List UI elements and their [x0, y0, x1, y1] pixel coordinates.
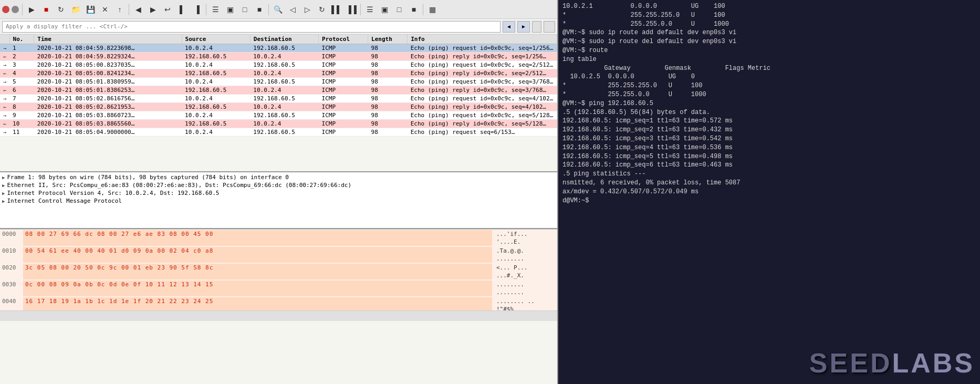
- toolbar-zoom-btn[interactable]: □: [238, 3, 252, 16]
- toolbar-restart-btn[interactable]: ↻: [54, 3, 68, 16]
- row-num: 10: [9, 120, 34, 128]
- row-proto: ICMP: [319, 111, 368, 120]
- toolbar-list-btn[interactable]: ☰: [363, 3, 377, 16]
- toolbar-search-btn[interactable]: 🔍: [271, 3, 285, 16]
- toolbar-prev-btn[interactable]: ◁: [286, 3, 299, 16]
- toolbar-next-btn[interactable]: ▷: [300, 3, 314, 16]
- table-row[interactable]: ←22020-10-21 08:04:59.8229324…192.168.60…: [0, 53, 557, 61]
- row-time: 2020-10-21 08:05:00.8241234…: [34, 69, 182, 78]
- filter-arrow-right-btn[interactable]: ►: [517, 21, 530, 33]
- packet-table-header: No. Time Source Destination Protocol Len…: [0, 35, 557, 44]
- terminal-line: @VM:~$ route: [562, 46, 976, 55]
- terminal-content[interactable]: 10.0.2.1 0.0.0.0 UG 100* 255.255.255.0 U…: [558, 0, 980, 342]
- row-time: 2020-10-21 08:05:03.8860723…: [34, 111, 182, 120]
- terminal-line: 192.168.60.5: icmp_seq=5 ttl=63 time=0.4…: [562, 152, 976, 161]
- terminal-line: @VM:~$ sudo ip route add default dev enp…: [562, 28, 976, 37]
- col-arrow: [0, 35, 9, 44]
- row-dst: 192.168.60.5: [250, 61, 318, 69]
- toolbar-jump-start-btn[interactable]: ▌▌: [330, 3, 343, 16]
- terminal-line: * 255.255.0.0 U 1000: [562, 20, 976, 29]
- col-destination: Destination: [250, 35, 318, 44]
- toolbar-autoscroll-btn[interactable]: ▣: [223, 3, 237, 16]
- row-src: 192.168.60.5: [182, 53, 250, 61]
- add-filter-button[interactable]: [544, 21, 555, 33]
- detail-triangle-icon: ▶: [2, 191, 5, 196]
- table-row[interactable]: →72020-10-21 08:05:02.8616756…10.0.2.419…: [0, 95, 557, 103]
- terminal-line: @VM:~$ sudo ip route del default dev enp…: [562, 37, 976, 46]
- row-num: 9: [9, 111, 34, 120]
- table-row[interactable]: ←102020-10-21 08:05:03.8865560…192.168.6…: [0, 120, 557, 128]
- toolbar-jump-end-btn[interactable]: ▐▐: [345, 3, 358, 16]
- row-arrow: →: [0, 78, 9, 86]
- toolbar-stop-capture-btn[interactable]: ■: [39, 3, 53, 16]
- table-row[interactable]: →52020-10-21 08:05:01.8380959…10.0.2.419…: [0, 78, 557, 86]
- row-num: 8: [9, 103, 34, 111]
- row-time: 2020-10-21 08:05:02.8621953…: [34, 103, 182, 111]
- row-arrow: →: [0, 95, 9, 103]
- col-length: Length: [368, 35, 408, 44]
- filter-arrow-left-btn[interactable]: ◄: [503, 21, 515, 33]
- row-proto: ICMP: [319, 128, 368, 137]
- hex-dump-panel: 000008 00 27 69 66 dc 08 00 27 e6 ae 83 …: [0, 229, 557, 310]
- table-row[interactable]: →32020-10-21 08:05:00.8237035…10.0.2.419…: [0, 61, 557, 69]
- table-row[interactable]: ←82020-10-21 08:05:02.8621953…192.168.60…: [0, 103, 557, 111]
- toolbar-colorize-btn[interactable]: ☰: [208, 3, 222, 16]
- toolbar-hex-view-btn[interactable]: □: [392, 3, 406, 16]
- row-src: 10.0.2.4: [182, 61, 250, 69]
- minimize-window-btn[interactable]: [12, 6, 19, 13]
- row-dst: 10.0.2.4: [250, 86, 318, 95]
- toolbar-save-btn[interactable]: 💾: [84, 3, 97, 16]
- terminal-line: 192.168.60.5: icmp_seq=1 ttl=63 time=0.5…: [562, 117, 976, 126]
- table-row[interactable]: ←42020-10-21 08:05:00.8241234…192.168.60…: [0, 69, 557, 78]
- row-proto: ICMP: [319, 120, 368, 128]
- row-arrow: ←: [0, 86, 9, 95]
- toolbar-back-btn[interactable]: ◀: [131, 3, 145, 16]
- detail-row[interactable]: ▶Internet Protocol Version 4, Src: 10.0.…: [0, 189, 557, 197]
- row-len: 98: [368, 95, 408, 103]
- toolbar-open-btn[interactable]: 📁: [69, 3, 82, 16]
- toolbar-separator-6: [423, 4, 423, 15]
- expression-button[interactable]: [532, 21, 541, 33]
- row-info: Echo (ping) request id=0x0c9c, seq=3/768…: [408, 78, 557, 86]
- detail-row[interactable]: ▶Internet Control Message Protocol: [0, 197, 557, 205]
- row-proto: ICMP: [319, 103, 368, 111]
- display-filter-input[interactable]: [2, 21, 501, 33]
- row-dst: 10.0.2.4: [250, 69, 318, 78]
- toolbar-zoomin-btn[interactable]: ■: [253, 3, 266, 16]
- row-info: Echo (ping) reply id=0x0c9c, seq=5/128…: [408, 120, 557, 128]
- row-src: 10.0.2.4: [182, 111, 250, 120]
- hex-bytes: 00 54 61 ee 40 00 40 01 d0 09 0a 00 02 0…: [23, 247, 492, 263]
- packet-table: No. Time Source Destination Protocol Len…: [0, 35, 557, 137]
- row-len: 98: [368, 120, 408, 128]
- col-no: No.: [9, 35, 34, 44]
- hex-offset: 0040: [2, 297, 23, 310]
- toolbar-refresh-btn[interactable]: ↻: [315, 3, 329, 16]
- detail-triangle-icon: ▶: [2, 175, 5, 180]
- toolbar-last-btn[interactable]: ▐: [190, 3, 204, 16]
- table-row[interactable]: →112020-10-21 08:05:04.9000000…10.0.2.41…: [0, 128, 557, 137]
- table-row[interactable]: →12020-10-21 08:04:59.8223698…10.0.2.419…: [0, 44, 557, 53]
- toolbar-layout-btn[interactable]: ▦: [425, 3, 439, 16]
- detail-row[interactable]: ▶Ethernet II, Src: PcsCompu_e6:ae:83 (08…: [0, 181, 557, 189]
- toolbar-reload-btn[interactable]: ↑: [113, 3, 127, 16]
- toolbar-forward-btn[interactable]: ▶: [146, 3, 160, 16]
- toolbar-packet-view-btn[interactable]: ▣: [378, 3, 391, 16]
- row-time: 2020-10-21 08:05:04.9000000…: [34, 128, 182, 137]
- row-dst: 10.0.2.4: [250, 53, 318, 61]
- row-time: 2020-10-21 08:05:01.8380959…: [34, 78, 182, 86]
- toolbar-graph-btn[interactable]: ■: [407, 3, 421, 16]
- close-window-btn[interactable]: [2, 6, 9, 13]
- toolbar-first-btn[interactable]: ▌: [175, 3, 189, 16]
- table-row[interactable]: ←62020-10-21 08:05:01.8386253…192.168.60…: [0, 86, 557, 95]
- toolbar-start-capture-btn[interactable]: ▶: [25, 3, 38, 16]
- seedlabs-logo: SEED LABS: [558, 342, 980, 384]
- toolbar-close-btn[interactable]: ✕: [98, 3, 112, 16]
- row-len: 98: [368, 53, 408, 61]
- row-info: Echo (ping) reply id=0x0c9c, seq=2/512…: [408, 69, 557, 78]
- toolbar-goto-btn[interactable]: ↩: [161, 3, 174, 16]
- detail-row[interactable]: ▶Frame 1: 98 bytes on wire (784 bits), 9…: [0, 173, 557, 181]
- row-proto: ICMP: [319, 95, 368, 103]
- table-row[interactable]: →92020-10-21 08:05:03.8860723…10.0.2.419…: [0, 111, 557, 120]
- row-info: Echo (ping) request seq=6/153…: [408, 128, 557, 137]
- row-arrow: ←: [0, 53, 9, 61]
